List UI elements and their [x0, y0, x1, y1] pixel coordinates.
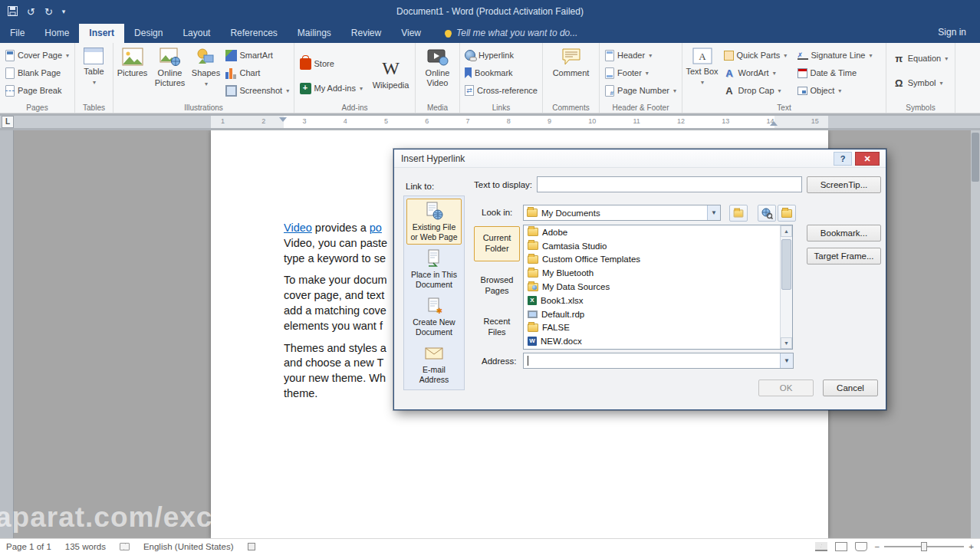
- hyperlink-button[interactable]: Hyperlink: [462, 47, 541, 64]
- sign-in-button[interactable]: Sign in: [924, 27, 980, 43]
- table-button[interactable]: Table▾: [84, 45, 104, 100]
- comment-button[interactable]: Comment: [547, 45, 596, 100]
- scroll-down-button[interactable]: ▼: [781, 337, 792, 349]
- target-frame-button[interactable]: Target Frame...: [807, 248, 881, 264]
- vertical-scrollbar[interactable]: [971, 130, 980, 538]
- tab-references[interactable]: References: [220, 24, 287, 43]
- read-mode-icon[interactable]: [815, 542, 827, 551]
- link-to-existing-file[interactable]: Existing File or Web Page: [406, 199, 462, 245]
- file-row[interactable]: XBook1.xlsx: [524, 294, 792, 307]
- blank-page-button[interactable]: Blank Page: [2, 64, 72, 81]
- file-row[interactable]: Custom Office Templates: [524, 253, 792, 267]
- hyperlink-text[interactable]: Video: [284, 222, 312, 234]
- tab-review[interactable]: Review: [341, 24, 391, 43]
- link-to-create-new-document[interactable]: ✱ Create New Document: [406, 294, 462, 340]
- address-dropdown-arrow[interactable]: ▼: [780, 353, 793, 368]
- symbol-button[interactable]: ΩSymbol▾: [890, 74, 951, 91]
- quick-parts-button[interactable]: Quick Parts▾: [721, 47, 794, 64]
- header-button[interactable]: Header▾: [602, 47, 679, 64]
- tab-mailings[interactable]: Mailings: [288, 24, 341, 43]
- file-row[interactable]: My Bluetooth: [524, 266, 792, 280]
- file-row[interactable]: Default.rdp: [524, 307, 792, 321]
- look-in-dropdown[interactable]: My Documents ▼: [523, 205, 721, 221]
- store-button[interactable]: Store: [297, 55, 369, 72]
- file-list[interactable]: Adobe Camtasia Studio Custom Office Temp…: [523, 225, 793, 350]
- web-layout-icon[interactable]: [855, 542, 867, 551]
- smartart-button[interactable]: SmartArt: [222, 47, 293, 64]
- signature-line-button[interactable]: Signature Line▾: [794, 47, 885, 64]
- tab-insert[interactable]: Insert: [79, 24, 124, 43]
- tab-view[interactable]: View: [391, 24, 431, 43]
- zoom-slider-thumb[interactable]: [921, 542, 927, 551]
- page-number-button[interactable]: Page Number▾: [602, 82, 679, 99]
- bookmark-dialog-button[interactable]: Bookmark...: [807, 225, 881, 242]
- indent-marker-left[interactable]: [279, 117, 287, 122]
- equation-button[interactable]: πEquation▾: [890, 50, 951, 67]
- date-time-button[interactable]: Date & Time: [794, 64, 885, 81]
- tell-me-box[interactable]: Tell me what you want to do...: [445, 28, 577, 43]
- file-row[interactable]: Adobe: [524, 225, 792, 239]
- vertical-scrollbar-thumb[interactable]: [972, 133, 979, 182]
- scroll-up-button[interactable]: ▲: [781, 225, 792, 237]
- language-indicator[interactable]: English (United States): [143, 542, 234, 551]
- hyperlink-text[interactable]: po: [370, 222, 382, 234]
- page-indicator[interactable]: Page 1 of 1: [6, 542, 51, 551]
- redo-icon[interactable]: ↻: [44, 7, 53, 17]
- file-row[interactable]: Camtasia Studio: [524, 239, 792, 253]
- indent-marker-right[interactable]: [770, 121, 778, 126]
- chart-button[interactable]: Chart: [222, 64, 293, 81]
- proofing-icon[interactable]: [120, 543, 130, 550]
- save-icon[interactable]: [8, 6, 18, 18]
- drop-cap-button[interactable]: ADrop Cap▾: [721, 82, 794, 99]
- tab-layout[interactable]: Layout: [173, 24, 220, 43]
- wikipedia-button[interactable]: W Wikipedia: [369, 56, 413, 90]
- undo-icon[interactable]: ↺: [27, 7, 35, 17]
- tab-design[interactable]: Design: [124, 24, 173, 43]
- file-row[interactable]: WNEW.docx: [524, 334, 792, 348]
- object-button[interactable]: Object▾: [794, 82, 885, 99]
- bookmark-button[interactable]: Bookmark: [462, 64, 541, 81]
- text-to-display-input[interactable]: [537, 176, 802, 192]
- cancel-button[interactable]: Cancel: [823, 380, 878, 396]
- link-to-place-in-document[interactable]: Place in This Document: [406, 246, 462, 292]
- print-layout-icon[interactable]: [835, 542, 847, 551]
- shapes-button[interactable]: Shapes ▾: [190, 45, 222, 100]
- up-one-folder-button[interactable]: [729, 205, 748, 222]
- zoom-in-button[interactable]: +: [968, 542, 974, 551]
- tab-home[interactable]: Home: [35, 24, 79, 43]
- dialog-title-bar[interactable]: Insert Hyperlink: [394, 150, 886, 168]
- macro-icon[interactable]: [248, 543, 255, 550]
- file-list-scrollbar[interactable]: ▲ ▼: [780, 225, 792, 349]
- tab-stop-selector[interactable]: L: [2, 116, 14, 128]
- text-box-button[interactable]: A Text Box ▾: [684, 45, 721, 100]
- current-folder-tab[interactable]: Current Folder: [474, 226, 520, 261]
- file-row[interactable]: My Data Sources: [524, 280, 792, 294]
- customize-quick-access-icon[interactable]: ▾: [62, 8, 66, 15]
- file-row[interactable]: FALSE: [524, 321, 792, 335]
- scrollbar-thumb[interactable]: [781, 239, 791, 290]
- dialog-close-button[interactable]: ✕: [855, 152, 880, 166]
- look-in-dropdown-arrow[interactable]: ▼: [707, 205, 720, 220]
- screentip-button[interactable]: ScreenTip...: [807, 176, 881, 193]
- recent-files-tab[interactable]: Recent Files: [474, 312, 520, 343]
- cross-reference-button[interactable]: Cross-reference: [462, 82, 541, 99]
- screenshot-button[interactable]: Screenshot▾: [222, 82, 293, 99]
- browse-web-button[interactable]: [758, 205, 776, 222]
- browse-file-button[interactable]: [778, 205, 796, 222]
- browsed-pages-tab[interactable]: Browsed Pages: [474, 271, 520, 301]
- footer-button[interactable]: Footer▾: [602, 64, 679, 81]
- pictures-button[interactable]: Pictures: [115, 45, 150, 100]
- page-break-button[interactable]: Page Break: [2, 82, 72, 99]
- address-input[interactable]: ▼: [523, 353, 794, 369]
- zoom-slider[interactable]: [884, 546, 964, 547]
- link-to-email-address[interactable]: E-mail Address: [406, 341, 462, 387]
- tab-file[interactable]: File: [0, 24, 35, 43]
- online-video-button[interactable]: Online Video: [418, 45, 458, 100]
- dialog-help-button[interactable]: ?: [834, 152, 852, 166]
- document-text[interactable]: Video provides a po Video, you can paste…: [284, 221, 395, 402]
- ok-button[interactable]: OK: [758, 380, 814, 396]
- cover-page-button[interactable]: Cover Page▾: [2, 47, 72, 64]
- online-pictures-button[interactable]: Online Pictures: [150, 45, 190, 100]
- wordart-button[interactable]: AWordArt▾: [721, 64, 794, 81]
- zoom-out-button[interactable]: −: [875, 542, 880, 551]
